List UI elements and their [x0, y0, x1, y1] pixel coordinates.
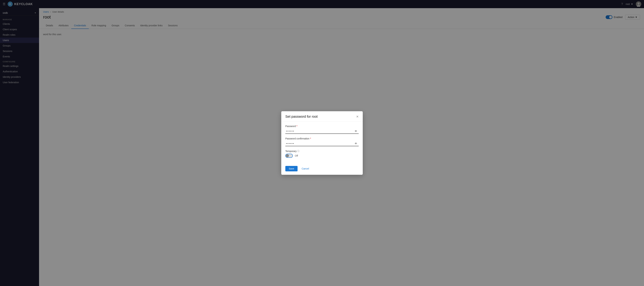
password-required-star: * — [296, 125, 297, 128]
save-button[interactable]: Save — [285, 166, 298, 171]
temporary-field-row: Temporary ⓘ Off — [285, 150, 359, 158]
password-confirmation-input[interactable] — [285, 141, 359, 146]
modal-overlay[interactable]: Set password for root ✕ Password * 👁 Pas… — [0, 0, 644, 286]
modal-header: Set password for root ✕ — [281, 111, 363, 121]
password-confirmation-label: Password confirmation * — [285, 137, 359, 140]
temporary-toggle-row: Off — [285, 154, 359, 158]
temporary-toggle-state: Off — [295, 154, 298, 157]
password-confirmation-input-wrap: 👁 — [285, 141, 359, 146]
password-confirmation-eye-icon[interactable]: 👁 — [354, 142, 357, 145]
temporary-toggle[interactable] — [285, 154, 293, 158]
password-field-row: Password * 👁 — [285, 125, 359, 134]
modal-footer: Save Cancel — [281, 165, 363, 175]
temporary-toggle-thumb — [286, 154, 289, 157]
password-label: Password * — [285, 125, 359, 128]
modal-body: Password * 👁 Password confirmation * 👁 — [281, 121, 363, 165]
modal-title: Set password for root — [285, 115, 318, 119]
temporary-info-icon: ⓘ — [297, 150, 300, 153]
cancel-button[interactable]: Cancel — [300, 166, 311, 171]
password-input-wrap: 👁 — [285, 129, 359, 134]
password-eye-icon[interactable]: 👁 — [354, 130, 357, 133]
temporary-label: Temporary ⓘ — [285, 150, 359, 153]
password-confirmation-field-row: Password confirmation * 👁 — [285, 137, 359, 146]
set-password-modal: Set password for root ✕ Password * 👁 Pas… — [281, 111, 363, 175]
password-confirmation-required-star: * — [310, 137, 311, 140]
password-input[interactable] — [285, 129, 359, 134]
modal-close-button[interactable]: ✕ — [356, 115, 359, 119]
